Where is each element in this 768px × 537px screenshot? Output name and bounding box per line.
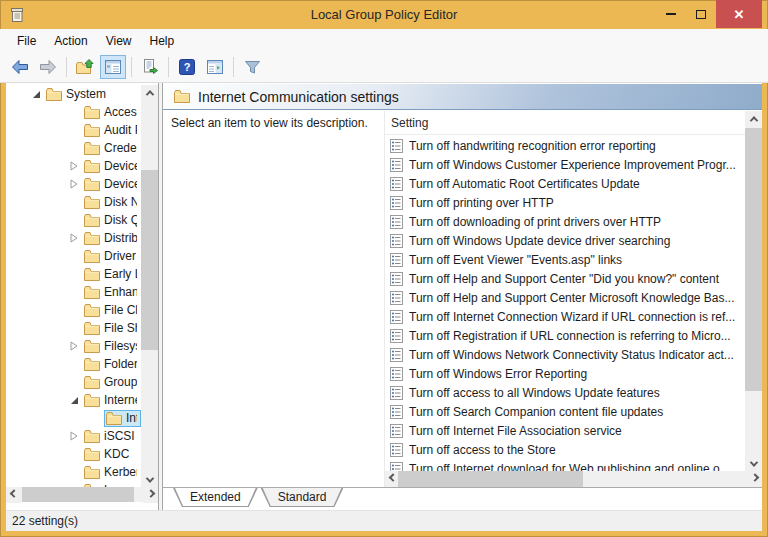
- list-item[interactable]: Turn off Registration if URL connection …: [385, 326, 745, 345]
- show-hide-console-tree-button[interactable]: [100, 55, 126, 79]
- tree-item[interactable]: Disk Q: [6, 211, 141, 229]
- tree-item-label: Interne: [104, 393, 137, 407]
- close-button[interactable]: ✕: [716, 0, 762, 28]
- tree-item[interactable]: System: [6, 85, 141, 103]
- scroll-up-arrow[interactable]: [745, 111, 762, 126]
- tab-label: Extended: [190, 490, 241, 504]
- tree-item[interactable]: Folder: [6, 355, 141, 373]
- list-item[interactable]: Turn off access to the Store: [385, 440, 745, 459]
- scrollbar-thumb[interactable]: [141, 170, 158, 350]
- tree-item[interactable]: KDC: [6, 445, 141, 463]
- show-hide-action-pane-button[interactable]: [202, 55, 228, 79]
- help-button[interactable]: ?: [174, 55, 200, 79]
- list-item[interactable]: Turn off access to all Windows Update fe…: [385, 383, 745, 402]
- scroll-right-arrow[interactable]: [143, 487, 158, 503]
- tree-item[interactable]: Kerber: [6, 463, 141, 481]
- tree-item[interactable]: Distrib: [6, 229, 141, 247]
- list-item[interactable]: Turn off Automatic Root Certificates Upd…: [385, 174, 745, 193]
- policy-setting-icon: [390, 462, 403, 472]
- tree-item[interactable]: Driver: [6, 247, 141, 265]
- collapse-arrow-icon[interactable]: [28, 90, 44, 99]
- tree-item[interactable]: Disk N: [6, 193, 141, 211]
- list-item[interactable]: Turn off Internet Connection Wizard if U…: [385, 307, 745, 326]
- policy-setting-icon: [390, 291, 403, 305]
- tree-item[interactable]: Creden: [6, 139, 141, 157]
- scrollbar-thumb[interactable]: [22, 487, 134, 502]
- list-item[interactable]: Turn off Event Viewer "Events.asp" links: [385, 250, 745, 269]
- list-vertical-scrollbar[interactable]: [745, 111, 762, 471]
- menu-file[interactable]: File: [8, 31, 45, 51]
- folder-icon: [84, 268, 100, 281]
- up-one-level-button[interactable]: [72, 55, 98, 79]
- list-item[interactable]: Turn off handwriting recognition error r…: [385, 136, 745, 155]
- list-item[interactable]: Turn off Help and Support Center Microso…: [385, 288, 745, 307]
- tree-item[interactable]: iSCSI: [6, 427, 141, 445]
- console-tree-icon: [105, 59, 121, 75]
- expand-arrow-icon[interactable]: [66, 431, 82, 441]
- collapse-arrow-icon[interactable]: [66, 396, 82, 405]
- scroll-left-arrow[interactable]: [6, 487, 21, 503]
- list-item-label: Turn off Windows Customer Experience Imp…: [409, 158, 736, 172]
- expand-arrow-icon[interactable]: [66, 341, 82, 351]
- column-header-setting[interactable]: Setting: [385, 111, 762, 135]
- tree-item[interactable]: Device: [6, 157, 141, 175]
- tab-label: Standard: [278, 490, 327, 504]
- list-item[interactable]: Turn off Internet File Association servi…: [385, 421, 745, 440]
- filter-button[interactable]: [239, 55, 265, 79]
- list-item[interactable]: Turn off Windows Customer Experience Imp…: [385, 155, 745, 174]
- scrollbar-thumb[interactable]: [398, 471, 583, 487]
- export-list-icon: [142, 59, 158, 75]
- tree-horizontal-scrollbar[interactable]: [6, 487, 158, 502]
- tree-item[interactable]: Device: [6, 175, 141, 193]
- folder-icon: [106, 412, 122, 425]
- list-horizontal-scrollbar[interactable]: [385, 471, 762, 487]
- list-item[interactable]: Turn off Search Companion content file u…: [385, 402, 745, 421]
- list-item-label: Turn off Help and Support Center Microso…: [409, 291, 735, 305]
- scroll-up-arrow[interactable]: [141, 85, 158, 100]
- scrollbar-thumb[interactable]: [745, 128, 762, 391]
- status-text: 22 setting(s): [12, 514, 78, 528]
- tree-item[interactable]: Audit P: [6, 121, 141, 139]
- scroll-down-arrow[interactable]: [141, 472, 158, 487]
- menu-help[interactable]: Help: [141, 31, 184, 51]
- export-list-button[interactable]: [137, 55, 163, 79]
- expand-arrow-icon[interactable]: [66, 161, 82, 171]
- expand-arrow-icon[interactable]: [66, 179, 82, 189]
- app-window: Local Group Policy Editor ✕ File Action …: [0, 0, 768, 537]
- tree-item[interactable]: Enhanc: [6, 283, 141, 301]
- tree-item[interactable]: File Sh: [6, 319, 141, 337]
- expand-arrow-icon[interactable]: [66, 233, 82, 243]
- forward-button[interactable]: [35, 55, 61, 79]
- tree-item[interactable]: Interne: [6, 391, 141, 409]
- forward-arrow-icon: [39, 59, 57, 75]
- menu-action[interactable]: Action: [45, 31, 96, 51]
- tab-extended[interactable]: Extended: [173, 488, 258, 507]
- tree-item[interactable]: Access: [6, 103, 141, 121]
- list-item[interactable]: Turn off Windows Update device driver se…: [385, 231, 745, 250]
- tree-item[interactable]: Group: [6, 373, 141, 391]
- menu-view[interactable]: View: [97, 31, 141, 51]
- minimize-button[interactable]: [656, 0, 686, 28]
- tree-item-label: KDC: [104, 447, 129, 461]
- scroll-right-arrow[interactable]: [747, 471, 762, 487]
- list-item[interactable]: Turn off Windows Error Reporting: [385, 364, 745, 383]
- folder-icon: [84, 340, 100, 353]
- policy-setting-icon: [390, 424, 403, 438]
- list-item[interactable]: Turn off downloading of print drivers ov…: [385, 212, 745, 231]
- tree-item[interactable]: Early L: [6, 265, 141, 283]
- tree-item-label: Group: [104, 375, 137, 389]
- folder-icon: [84, 466, 100, 479]
- tab-standard[interactable]: Standard: [261, 488, 344, 507]
- tree-item[interactable]: File Cla: [6, 301, 141, 319]
- tree-item-label: iSCSI: [104, 429, 135, 443]
- list-item[interactable]: Turn off Windows Network Connectivity St…: [385, 345, 745, 364]
- list-item[interactable]: Turn off printing over HTTP: [385, 193, 745, 212]
- list-item[interactable]: Turn off Internet download for Web publi…: [385, 459, 745, 471]
- tree-item[interactable]: Inte: [6, 409, 141, 427]
- tree-vertical-scrollbar[interactable]: [141, 85, 158, 487]
- maximize-button[interactable]: [686, 0, 716, 28]
- back-button[interactable]: [7, 55, 33, 79]
- tree-item[interactable]: Filesys: [6, 337, 141, 355]
- scroll-down-arrow[interactable]: [745, 456, 762, 471]
- list-item[interactable]: Turn off Help and Support Center "Did yo…: [385, 269, 745, 288]
